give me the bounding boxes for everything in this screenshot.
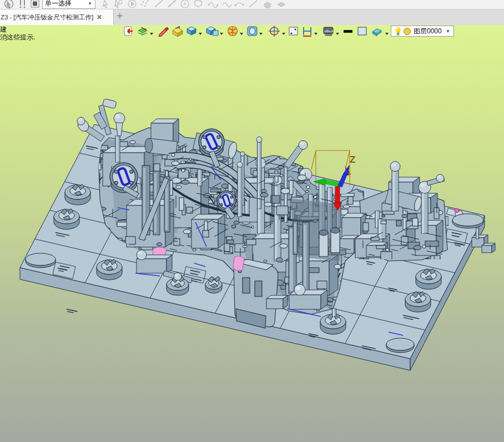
svg-text:Z: Z <box>350 154 355 165</box>
